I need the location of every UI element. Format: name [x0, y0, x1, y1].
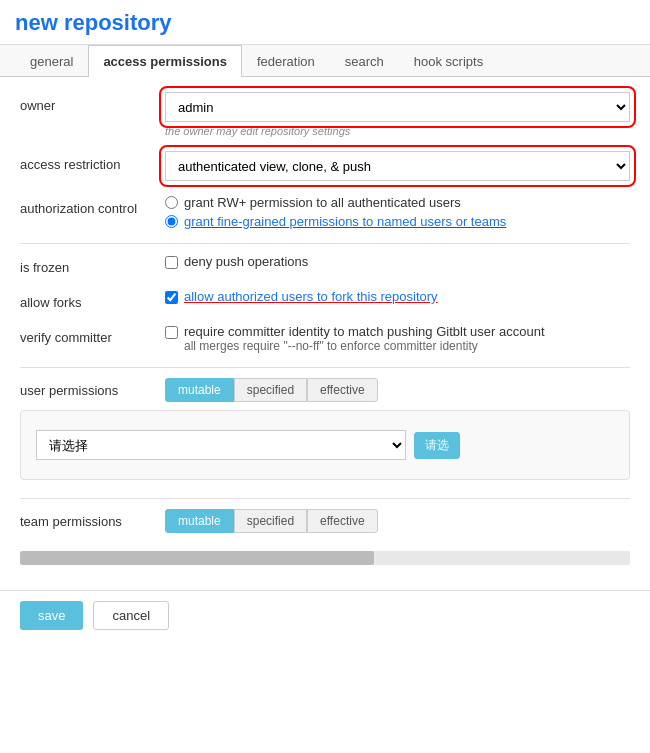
verify-committer-labels: require committer identity to match push… — [184, 324, 545, 353]
is-frozen-checkbox[interactable] — [165, 256, 178, 269]
user-perm-specified-btn[interactable]: specified — [234, 378, 307, 402]
main-content: owner admin the owner may edit repositor… — [0, 77, 650, 590]
allow-forks-label: allow forks — [20, 289, 165, 310]
access-restriction-select-wrap: authenticated view, clone, & push — [165, 151, 630, 181]
allow-forks-checkbox-item: allow authorized users to fork this repo… — [165, 289, 630, 304]
is-frozen-row: is frozen deny push operations — [20, 254, 630, 275]
team-perm-specified-btn[interactable]: specified — [234, 509, 307, 533]
owner-row: owner admin the owner may edit repositor… — [20, 92, 630, 137]
team-permissions-title: team permissions — [20, 514, 165, 529]
user-permissions-section: user permissions mutable specified effec… — [20, 378, 630, 480]
team-perm-mutable-btn[interactable]: mutable — [165, 509, 234, 533]
radio-rw[interactable] — [165, 196, 178, 209]
user-permissions-header: user permissions mutable specified effec… — [20, 378, 630, 402]
tab-federation[interactable]: federation — [242, 45, 330, 77]
team-perm-effective-btn[interactable]: effective — [307, 509, 377, 533]
authorization-radio-group: grant RW+ permission to all authenticate… — [165, 195, 630, 229]
radio-fine-item: grant fine-grained permissions to named … — [165, 214, 630, 229]
allow-forks-control: allow authorized users to fork this repo… — [165, 289, 630, 304]
access-restriction-label: access restriction — [20, 151, 165, 172]
radio-rw-label[interactable]: grant RW+ permission to all authenticate… — [184, 195, 461, 210]
user-permissions-select-btn[interactable]: 请选 — [414, 432, 460, 459]
verify-committer-checkbox-item: require committer identity to match push… — [165, 324, 630, 353]
scrollbar-thumb — [20, 551, 374, 565]
save-button[interactable]: save — [20, 601, 83, 630]
tab-access-permissions[interactable]: access permissions — [88, 45, 242, 77]
user-perm-mutable-btn[interactable]: mutable — [165, 378, 234, 402]
is-frozen-checkbox-item: deny push operations — [165, 254, 630, 269]
access-restriction-control: authenticated view, clone, & push — [165, 151, 630, 181]
owner-control: admin the owner may edit repository sett… — [165, 92, 630, 137]
allow-forks-row: allow forks allow authorized users to fo… — [20, 289, 630, 310]
radio-fine-label[interactable]: grant fine-grained permissions to named … — [184, 214, 506, 229]
radio-rw-item: grant RW+ permission to all authenticate… — [165, 195, 630, 210]
radio-fine[interactable] — [165, 215, 178, 228]
access-restriction-select[interactable]: authenticated view, clone, & push — [165, 151, 630, 181]
user-permissions-select[interactable]: 请选择 — [36, 430, 406, 460]
verify-committer-checkbox[interactable] — [165, 326, 178, 339]
owner-select-wrap: admin — [165, 92, 630, 122]
horizontal-scrollbar[interactable] — [20, 551, 630, 565]
tab-general[interactable]: general — [15, 45, 88, 77]
tab-hook-scripts[interactable]: hook scripts — [399, 45, 498, 77]
page-title: new repository — [15, 10, 635, 36]
is-frozen-control: deny push operations — [165, 254, 630, 269]
authorization-control-label: authorization control — [20, 195, 165, 216]
page-header: new repository — [0, 0, 650, 45]
divider-1 — [20, 243, 630, 244]
owner-hint: the owner may edit repository settings — [165, 125, 630, 137]
team-permissions-buttons: mutable specified effective — [165, 509, 378, 533]
user-permissions-buttons: mutable specified effective — [165, 378, 378, 402]
cancel-button[interactable]: cancel — [93, 601, 169, 630]
user-permissions-body: 请选择 请选 — [20, 410, 630, 480]
verify-committer-control: require committer identity to match push… — [165, 324, 630, 353]
user-perm-effective-btn[interactable]: effective — [307, 378, 377, 402]
is-frozen-checkbox-label[interactable]: deny push operations — [184, 254, 308, 269]
authorization-control-wrap: grant RW+ permission to all authenticate… — [165, 195, 630, 229]
allow-forks-checkbox[interactable] — [165, 291, 178, 304]
user-permissions-title: user permissions — [20, 383, 165, 398]
page-wrapper: new repository general access permission… — [0, 0, 650, 640]
authorization-control-row: authorization control grant RW+ permissi… — [20, 195, 630, 229]
team-permissions-header: team permissions mutable specified effec… — [20, 509, 630, 533]
is-frozen-label: is frozen — [20, 254, 165, 275]
verify-committer-row: verify committer require committer ident… — [20, 324, 630, 353]
tab-bar: general access permissions federation se… — [0, 45, 650, 77]
divider-2 — [20, 367, 630, 368]
allow-forks-checkbox-label[interactable]: allow authorized users to fork this repo… — [184, 289, 438, 304]
verify-committer-label2: all merges require "--no-ff" to enforce … — [184, 339, 545, 353]
footer-buttons: save cancel — [0, 590, 650, 640]
divider-3 — [20, 498, 630, 499]
verify-committer-label: verify committer — [20, 324, 165, 345]
verify-committer-checkbox-label[interactable]: require committer identity to match push… — [184, 324, 545, 339]
owner-select[interactable]: admin — [165, 92, 630, 122]
team-permissions-section: team permissions mutable specified effec… — [20, 509, 630, 533]
access-restriction-row: access restriction authenticated view, c… — [20, 151, 630, 181]
tab-search[interactable]: search — [330, 45, 399, 77]
owner-label: owner — [20, 92, 165, 113]
